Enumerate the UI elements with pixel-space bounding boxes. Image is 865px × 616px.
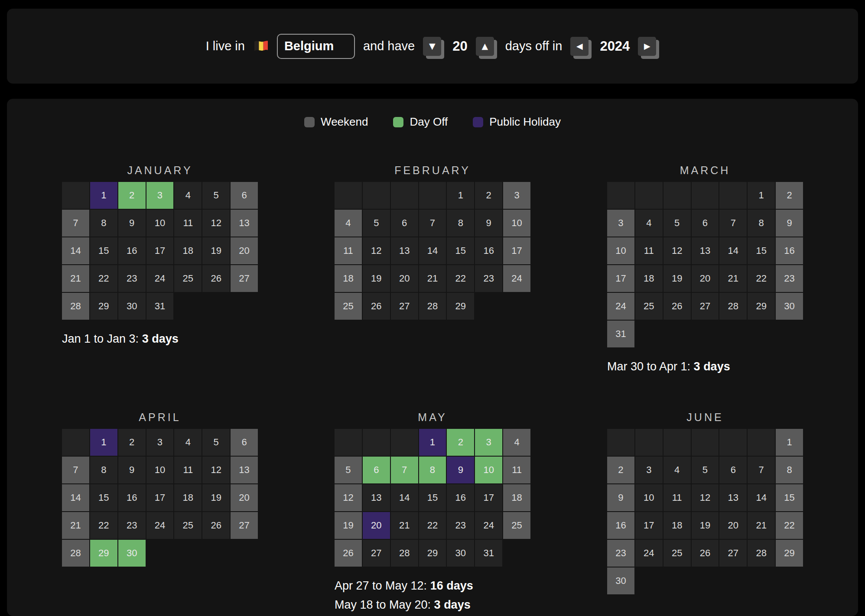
day-cell: 19 (202, 237, 230, 264)
day-cell: 18 (663, 512, 691, 539)
day-cell: 15 (90, 237, 117, 264)
day-cell: 12 (692, 484, 719, 511)
months-grid: JANUARY123456789101112131415161718192021… (7, 164, 858, 614)
day-cell: 19 (335, 512, 362, 539)
empty-cell (391, 429, 418, 456)
days-off-in-label: days off in (505, 39, 563, 53)
day-cell: 24 (146, 265, 174, 292)
triangle-left-icon: ◀ (576, 42, 583, 50)
day-cell: 20 (692, 265, 719, 292)
empty-cell (635, 182, 663, 209)
day-cell: 15 (419, 484, 446, 511)
days-increment-button[interactable]: ▲ (476, 37, 494, 56)
legend-swatch-icon (393, 117, 403, 127)
vacation-days-count: 3 days (434, 598, 471, 611)
day-cell: 10 (475, 457, 502, 483)
day-cell: 31 (475, 540, 502, 567)
day-cell: 10 (607, 237, 634, 264)
month-calendar: JANUARY123456789101112131415161718192021… (62, 164, 258, 376)
triangle-right-icon: ▶ (644, 42, 650, 50)
day-cell: 22 (90, 512, 117, 539)
vacation-range-text: May 18 to May 20: (335, 598, 434, 611)
settings-header-card: I live in and have ▼ 20 ▲ (7, 9, 858, 84)
day-cell: 27 (719, 540, 747, 567)
day-cell: 12 (335, 484, 362, 511)
day-cell: 26 (692, 540, 719, 567)
day-cell: 20 (231, 484, 258, 511)
day-cell: 3 (635, 457, 663, 483)
day-cell: 4 (174, 182, 202, 209)
day-cell: 15 (776, 484, 803, 511)
empty-cell (663, 429, 691, 456)
day-cell: 18 (503, 484, 530, 511)
day-cell: 1 (90, 182, 117, 209)
day-cell: 28 (62, 293, 89, 320)
day-cell: 21 (748, 512, 775, 539)
day-cell: 23 (475, 265, 502, 292)
day-cell: 22 (776, 512, 803, 539)
day-cell: 3 (475, 429, 502, 456)
day-cell: 11 (174, 210, 202, 237)
day-cell: 28 (748, 540, 775, 567)
day-cell: 2 (607, 457, 634, 483)
day-cell: 7 (62, 210, 89, 237)
calendar-panel: WeekendDay OffPublic Holiday JANUARY1234… (7, 99, 858, 616)
day-cell: 22 (748, 265, 775, 292)
day-cell: 11 (335, 237, 362, 264)
legend-item: Public Holiday (473, 115, 561, 129)
vacation-range-label: Jan 1 to Jan 3: 3 days (62, 329, 258, 348)
day-cell: 7 (62, 457, 89, 483)
year-next-button[interactable]: ▶ (638, 37, 656, 56)
day-cell: 3 (146, 429, 174, 456)
empty-cell (719, 429, 747, 456)
day-cell: 30 (118, 540, 146, 567)
day-cell: 29 (748, 293, 775, 320)
day-cell: 7 (719, 210, 747, 237)
empty-cell (635, 429, 663, 456)
vacation-range-text: Apr 27 to May 12: (335, 579, 430, 592)
empty-cell (335, 429, 362, 456)
day-cell: 9 (607, 484, 634, 511)
month-grid: 1234567891011121314151617181920212223242… (335, 429, 530, 567)
month-grid: 1234567891011121314151617181920212223242… (62, 429, 258, 567)
day-cell: 22 (90, 265, 117, 292)
day-cell: 25 (663, 540, 691, 567)
day-cell: 13 (231, 457, 258, 483)
day-cell: 5 (202, 429, 230, 456)
year-prev-button[interactable]: ◀ (570, 37, 589, 56)
day-cell: 23 (118, 512, 146, 539)
day-cell: 5 (335, 457, 362, 483)
empty-cell (663, 182, 691, 209)
day-cell: 30 (118, 293, 146, 320)
empty-cell (607, 429, 634, 456)
day-cell: 10 (146, 210, 174, 237)
day-cell: 14 (748, 484, 775, 511)
day-cell: 8 (419, 457, 446, 483)
day-cell: 4 (335, 210, 362, 237)
day-cell: 1 (90, 429, 117, 456)
legend-swatch-icon (473, 117, 483, 127)
day-cell: 8 (90, 210, 117, 237)
day-cell: 11 (503, 457, 530, 483)
country-input[interactable] (277, 34, 355, 59)
day-cell: 17 (146, 237, 174, 264)
legend-label: Public Holiday (489, 115, 561, 129)
day-cell: 16 (447, 484, 474, 511)
day-cell: 31 (146, 293, 174, 320)
day-cell: 5 (202, 182, 230, 209)
day-cell: 2 (447, 429, 474, 456)
days-decrement-button[interactable]: ▼ (423, 37, 441, 56)
day-cell: 7 (748, 457, 775, 483)
vacation-captions: Apr 27 to May 12: 16 daysMay 18 to May 2… (335, 576, 530, 614)
month-grid: 1234567891011121314151617181920212223242… (335, 182, 530, 320)
day-cell: 29 (90, 293, 117, 320)
day-cell: 9 (118, 210, 146, 237)
day-cell: 21 (719, 265, 747, 292)
day-cell: 8 (748, 210, 775, 237)
day-cell: 19 (363, 265, 390, 292)
day-cell: 7 (419, 210, 446, 237)
empty-cell (419, 182, 446, 209)
day-cell: 11 (663, 484, 691, 511)
legend-item: Weekend (304, 115, 368, 129)
vacation-range-label: Mar 30 to Apr 1: 3 days (607, 357, 803, 376)
